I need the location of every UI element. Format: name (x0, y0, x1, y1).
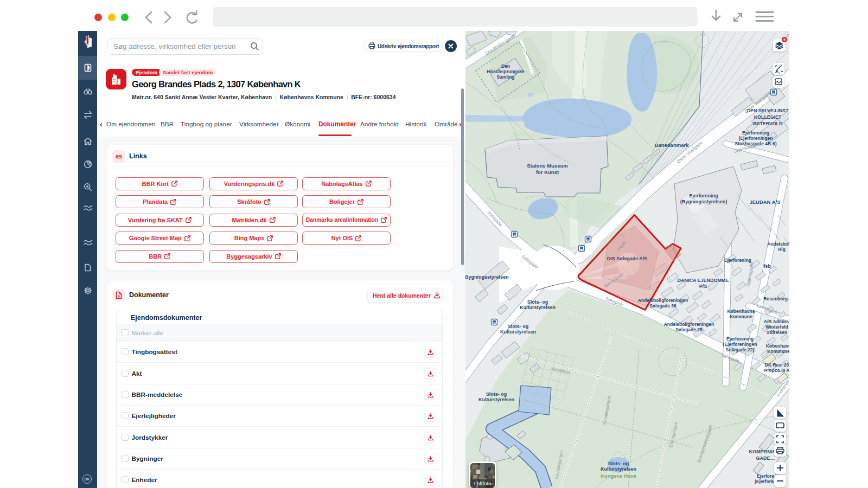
svg-text:KOMPONIS: KOMPONIS (749, 449, 775, 454)
svg-text:(Ejerforeningen: (Ejerforeningen (723, 342, 757, 347)
svg-text:København: København (766, 343, 789, 349)
svg-text:KOLLEGIET: KOLLEGIET (754, 114, 782, 120)
svg-text:Banedanmark: Banedanmark (655, 142, 690, 148)
svg-text:Sølvgade 28: Sølvgade 28 (675, 327, 703, 332)
svg-text:Luftfoto: Luftfoto (474, 480, 492, 486)
svg-text:Kulturstyrelsen: Kulturstyrelsen (601, 466, 636, 472)
svg-text:Ejerforening: Ejerforening (689, 193, 718, 198)
svg-text:Sølvgade 36: Sølvgade 36 (649, 303, 676, 309)
svg-text:DIS Sølvgade A/S: DIS Sølvgade A/S (607, 256, 648, 261)
svg-text:9: 9 (783, 38, 786, 42)
svg-text:Ejerforening: Ejerforening (724, 258, 751, 263)
svg-text:P/S: P/S (699, 284, 707, 289)
svg-text:ØSTERVOLD: ØSTERVOLD (753, 121, 783, 126)
svg-text:JEUDAN A/S: JEUDAN A/S (749, 199, 780, 205)
svg-text:GADE…: GADE… (756, 455, 775, 461)
svg-text:(Ejerforeningen: (Ejerforeningen (739, 136, 773, 141)
svg-text:Samling: Samling (496, 74, 514, 80)
svg-text:Winterfeld: Winterfeld (765, 324, 788, 330)
svg-text:Københavns: Københavns (727, 309, 755, 314)
svg-text:Rosenborg-: Rosenborg- (763, 296, 789, 301)
svg-text:Slots- og: Slots- og (508, 324, 529, 329)
svg-text:Stiftelsen: Stiftelsen (767, 330, 787, 335)
svg-text:Sølvgade 22): Sølvgade 22) (726, 347, 755, 352)
svg-text:Andelsboligforeningen: Andelsboligforeningen (638, 298, 688, 303)
svg-text:Hirschsprungske: Hirschsprungske (487, 69, 525, 74)
svg-text:DANICA EJENDOMME: DANICA EJENDOMME (677, 278, 729, 283)
svg-text:Rig: Rig (778, 247, 786, 252)
svg-text:Slots- og: Slots- og (527, 299, 548, 305)
svg-text:for Kunst: for Kunst (536, 169, 559, 175)
svg-text:Ejerforening: Ejerforening (726, 336, 754, 342)
svg-text:(Ejerforen: (Ejerforen (755, 479, 776, 484)
svg-text:Kommune: Kommune (730, 314, 752, 319)
svg-text:Kulturstyrelsen: Kulturstyrelsen (520, 305, 556, 310)
svg-text:Kulturstyrelsen: Kulturstyrelsen (478, 397, 514, 402)
svg-text:Kommune: Kommune (767, 349, 789, 354)
svg-text:Bygningsstyrelsen: Bygningsstyrelsen (465, 274, 509, 280)
svg-text:Ejerforening: Ejerforening (742, 130, 769, 136)
svg-text:Slots- og: Slots- og (486, 391, 507, 397)
svg-text:Den: Den (501, 63, 510, 69)
svg-text:Andelsboligforeningen: Andelsboligforeningen (664, 322, 714, 327)
svg-text:Andelsboli: Andelsboli (767, 241, 789, 247)
svg-text:Kulturstyrelsen: Kulturstyrelsen (500, 329, 536, 335)
svg-text:Statens Museum: Statens Museum (527, 163, 568, 169)
svg-text:Kongens Have: Kongens Have (601, 473, 636, 479)
svg-text:Slots- og: Slots- og (608, 461, 629, 466)
svg-text:(Bygningsstyrelsen): (Bygningsstyrelsen) (680, 199, 727, 204)
svg-text:DK Resi 20: DK Resi 20 (765, 362, 789, 368)
svg-text:Ejerfore: Ejerfore (757, 473, 774, 479)
svg-text:A/B Admiral: A/B Admiral (764, 319, 789, 324)
svg-text:fsb: fsb (764, 264, 771, 269)
svg-text:Propco III A: Propco III A (764, 368, 789, 373)
